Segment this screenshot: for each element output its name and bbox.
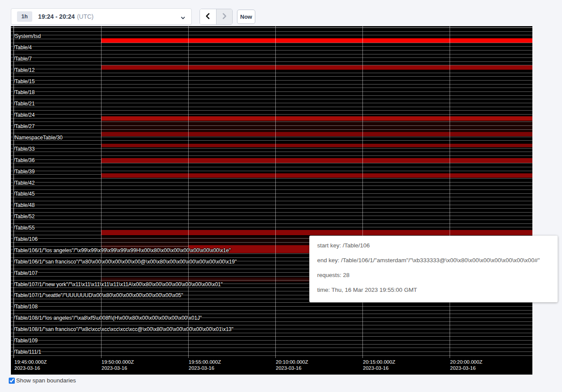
key-row-label: /Table/39 — [14, 169, 35, 175]
time-axis-tick-label: 19:45:00.000Z2023-03-16 — [14, 359, 47, 371]
key-row-label: /Table/15 — [14, 78, 35, 84]
key-row-label: /Table/106/1/"san francisco"/"\x80\x00\x… — [14, 259, 237, 265]
heat-band — [101, 116, 532, 121]
range-timezone: (UTC) — [77, 13, 94, 20]
time-axis-tick-label: 19:50:00.000Z2023-03-16 — [102, 359, 134, 371]
time-gridline — [275, 26, 276, 358]
chevron-right-icon — [221, 13, 227, 21]
key-row-label: /Table/106 — [14, 236, 37, 242]
key-row-label: /Table/42 — [14, 180, 35, 186]
tooltip-time: time: Thu, 16 Mar 2023 19:55:00 GMT — [317, 286, 550, 294]
key-row-label: /Table/107/1/"new york"/"\x11\x11\x11\x1… — [14, 281, 223, 287]
heat-band — [101, 65, 532, 70]
key-row-label: /Table/108 — [14, 304, 37, 310]
key-row-label: /Table/107/1/"seattle"/"UUUUUUD\x00\x80\… — [14, 292, 183, 298]
key-row-label: /Table/107 — [14, 270, 37, 276]
key-row-label: /Table/108/1/"los angeles"/"\xa8\xf5\u00… — [14, 315, 202, 321]
key-row-label: /Table/111/1 — [14, 349, 41, 355]
key-row-label: /Table/33 — [14, 146, 35, 152]
heat-band — [101, 173, 532, 178]
key-visualizer-heatmap[interactable]: /System/tsd/Table/4/Table/7/Table/12/Tab… — [11, 26, 532, 375]
key-row-label: /Table/106/1/"los angeles"/"\x99\x99\x99… — [14, 247, 231, 253]
next-time-button[interactable] — [216, 9, 232, 24]
key-row-label: /Table/48 — [14, 202, 35, 208]
heatmap-tooltip: start key: /Table/106 end key: /Table/10… — [309, 236, 558, 302]
heat-band — [101, 158, 532, 163]
chevron-left-icon — [205, 13, 211, 21]
key-row-label: /Table/108/1/"san francisco"/"\x8c\xcc\x… — [14, 326, 234, 332]
heat-band — [101, 132, 532, 136]
time-axis-tick-label: 20:20:00.000Z2023-03-16 — [450, 359, 482, 371]
tooltip-requests: requests: 28 — [317, 271, 550, 280]
now-button[interactable]: Now — [237, 10, 255, 24]
show-span-boundaries-checkbox[interactable] — [9, 378, 15, 384]
key-row-label: /Table/109 — [14, 338, 37, 344]
key-row-label: /Table/27 — [14, 123, 35, 129]
time-gridline — [188, 26, 189, 358]
key-row-label: /Table/55 — [14, 225, 35, 231]
time-gridline — [450, 26, 450, 358]
key-row-label: /Table/21 — [14, 101, 35, 107]
key-row-label: /Table/45 — [14, 191, 35, 197]
prev-time-button[interactable] — [200, 9, 216, 24]
chevron-down-icon — [180, 14, 186, 22]
key-row-label: /Table/52 — [14, 213, 35, 220]
show-span-boundaries-control: Show span boundaries — [9, 377, 76, 384]
span-boundary-gridlines — [11, 27, 532, 358]
show-span-boundaries-label: Show span boundaries — [16, 377, 76, 384]
heat-band — [101, 230, 532, 235]
tooltip-start-key: start key: /Table/106 — [317, 241, 550, 250]
range-duration-badge: 1h — [17, 11, 32, 22]
time-range-select[interactable]: 1h 19:24 - 20:24 (UTC) — [11, 8, 192, 25]
time-axis-tick-label: 20:15:00.000Z2023-03-16 — [363, 359, 395, 371]
key-row-label: /Table/7 — [14, 56, 32, 62]
time-axis-tick-label: 20:10:00.000Z2023-03-16 — [276, 359, 308, 371]
heat-band — [101, 144, 532, 147]
time-gridline — [362, 26, 363, 358]
time-nav-group — [200, 9, 233, 25]
key-row-label: /Table/12 — [14, 67, 35, 73]
range-label: 19:24 - 20:24 — [38, 13, 75, 20]
key-row-label: /Table/4 — [14, 44, 32, 51]
tooltip-end-key: end key: /Table/106/1/"amsterdam"/"\xb33… — [317, 256, 550, 265]
key-row-label: /Table/18 — [14, 89, 35, 95]
heat-band — [101, 38, 532, 43]
key-row-label: /Table/36 — [14, 157, 35, 163]
time-axis-tick-label: 19:55:00.000Z2023-03-16 — [189, 359, 221, 371]
key-row-label: /NamespaceTable/30 — [14, 135, 63, 141]
heatmap-top-boundary — [11, 27, 532, 28]
time-gridline — [101, 26, 102, 358]
key-row-label: /System/tsd — [14, 33, 41, 39]
key-row-label: /Table/24 — [14, 112, 35, 118]
